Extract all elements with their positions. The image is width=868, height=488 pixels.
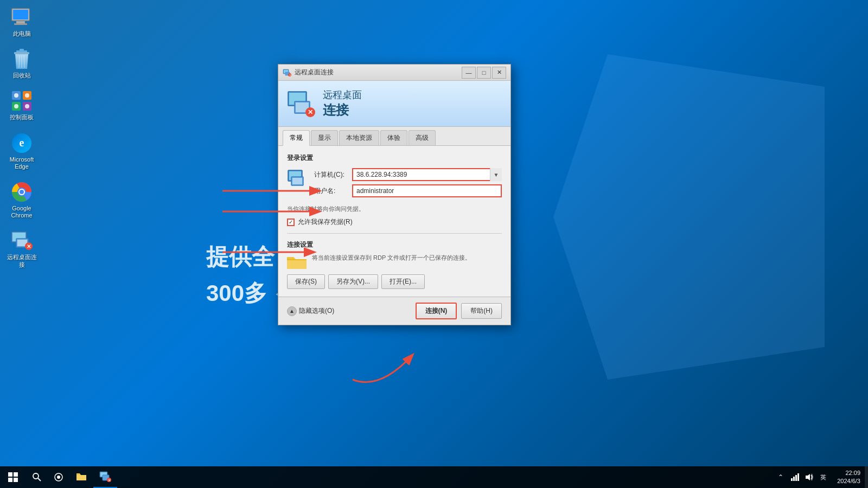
cortana-icon <box>54 472 63 482</box>
tab-experience[interactable]: 体验 <box>380 130 407 145</box>
connection-settings-section: 连接设置 将当前连接设置保存到 RDP 文件或打开一个已保存的连接。 保存(S)… <box>287 240 502 289</box>
recycle-bin-icon <box>11 48 33 70</box>
hide-options-label: 隐藏选项(O) <box>299 306 334 316</box>
taskbar-clock[interactable]: 22:09 2024/6/3 <box>833 469 865 486</box>
dialog-header-title: 远程桌面 <box>323 88 362 101</box>
desktop-icon-label: Microsoft Edge <box>4 156 39 170</box>
desktop-icon-label: 此电脑 <box>13 30 31 37</box>
file-explorer-icon <box>75 471 87 483</box>
svg-rect-60 <box>797 473 799 481</box>
tab-advanced[interactable]: 高级 <box>409 130 436 145</box>
desktop-icon-remote-desktop[interactable]: ✕ 远程桌面连接 <box>2 226 41 272</box>
desktop-icon-this-computer[interactable]: 此电脑 <box>2 2 41 42</box>
taskbar-cortana-button[interactable] <box>48 466 69 488</box>
hint-text: 当你连接时将向你询问凭据。 <box>287 205 502 213</box>
taskbar-search-button[interactable] <box>26 466 48 488</box>
svg-rect-5 <box>20 49 24 51</box>
tray-volume-icon[interactable] <box>803 472 814 483</box>
desktop-icon-label: 远程桌面连接 <box>4 254 39 268</box>
username-field-row: 用户名: <box>314 184 502 197</box>
volume-icon <box>805 473 813 481</box>
show-desktop-button[interactable] <box>865 466 868 488</box>
dialog-header-subtitle: 连接 <box>323 101 362 119</box>
clock-time: 22:09 <box>837 469 860 477</box>
dialog-header-icon: ✕ <box>287 89 315 118</box>
save-credentials-label: 允许我保存凭据(R) <box>298 217 353 227</box>
svg-point-23 <box>20 190 24 194</box>
svg-rect-1 <box>13 10 28 20</box>
connection-icon-row: 将当前连接设置保存到 RDP 文件或打开一个已保存的连接。 <box>287 254 502 270</box>
login-section: 计算机(C): ▼ 用户名: <box>287 168 502 201</box>
desktop-icon-microsoft-edge[interactable]: e Microsoft Edge <box>2 128 41 175</box>
desktop-icon-control-panel[interactable]: 控制面板 <box>2 86 41 125</box>
save-button[interactable]: 保存(S) <box>287 274 325 289</box>
minimize-button[interactable]: — <box>462 67 476 79</box>
system-tray: ⌃ 英 <box>771 466 833 488</box>
svg-rect-58 <box>793 477 795 481</box>
svg-point-48 <box>33 473 39 479</box>
tray-up-arrow[interactable]: ⌃ <box>775 472 786 483</box>
dialog-header-texts: 远程桌面 连接 <box>323 88 362 119</box>
folder-icon <box>287 254 307 270</box>
svg-rect-57 <box>791 478 793 481</box>
start-button[interactable] <box>0 466 26 488</box>
save-credentials-checkbox[interactable]: ✓ <box>287 219 295 226</box>
hide-options-button[interactable]: ▲ 隐藏选项(O) <box>287 306 334 316</box>
control-panel-icon <box>11 90 33 112</box>
desktop-bg-shape <box>553 54 825 380</box>
computer-input[interactable] <box>352 168 502 181</box>
chrome-icon <box>11 181 33 203</box>
computer-label: 计算机(C): <box>314 170 352 179</box>
login-icon <box>287 168 309 190</box>
svg-point-14 <box>14 93 18 98</box>
desktop-icon-google-chrome[interactable]: Google Chrome <box>2 177 41 223</box>
remote-desktop-icon: ✕ <box>11 230 33 252</box>
dialog-header: ✕ 远程桌面 连接 <box>278 81 510 127</box>
taskbar: ✕ ⌃ 英 <box>0 466 868 488</box>
username-input-wrap <box>352 184 502 197</box>
svg-point-16 <box>14 104 18 108</box>
connection-desc: 将当前连接设置保存到 RDP 文件或打开一个已保存的连接。 <box>312 254 471 265</box>
search-icon <box>32 472 42 482</box>
clock-date: 2024/6/3 <box>837 477 860 485</box>
username-input[interactable] <box>352 184 502 197</box>
save-credentials-row: ✓ 允许我保存凭据(R) <box>287 217 502 227</box>
computer-input-wrap: ▼ <box>352 168 502 181</box>
dialog-body: 登录设置 计算机(C): ▼ <box>278 146 510 297</box>
dialog-footer: ▲ 隐藏选项(O) 连接(N) 帮助(H) <box>278 297 510 325</box>
taskbar-app-file-explorer[interactable] <box>69 466 93 488</box>
help-button[interactable]: 帮助(H) <box>461 303 502 319</box>
desktop-icon-label: Google Chrome <box>4 205 39 219</box>
desktop-icon-label: 控制面板 <box>10 114 34 121</box>
svg-rect-44 <box>292 178 302 184</box>
dialog-tabs: 常规 显示 本地资源 体验 高级 <box>278 127 510 146</box>
network-icon <box>790 473 799 481</box>
desktop-icon-label: 回收站 <box>13 72 31 79</box>
svg-rect-6 <box>14 52 29 54</box>
maximize-button[interactable]: □ <box>477 67 491 79</box>
tab-local-resources[interactable]: 本地资源 <box>339 130 379 145</box>
monitor-icon <box>11 7 33 28</box>
svg-rect-3 <box>14 23 27 25</box>
svg-text:✕: ✕ <box>108 479 111 482</box>
close-button[interactable]: ✕ <box>492 67 506 79</box>
tab-display[interactable]: 显示 <box>311 130 338 145</box>
checkbox-checkmark: ✓ <box>289 219 293 225</box>
open-button[interactable]: 打开(E)... <box>381 274 425 289</box>
desktop-icon-recycle-bin[interactable]: 回收站 <box>2 44 41 84</box>
save-as-button[interactable]: 另存为(V)... <box>328 274 378 289</box>
titlebar-buttons: — □ ✕ <box>462 67 506 79</box>
tab-general[interactable]: 常规 <box>283 130 310 146</box>
svg-rect-2 <box>16 21 25 23</box>
computer-dropdown-button[interactable]: ▼ <box>490 168 502 181</box>
svg-text:✕: ✕ <box>308 108 313 116</box>
tray-network-icon[interactable] <box>789 472 800 483</box>
connect-button[interactable]: 连接(N) <box>416 303 457 319</box>
connection-settings-label: 连接设置 <box>287 240 502 249</box>
dialog-title-text: 远程桌面连接 <box>295 68 462 77</box>
tray-language[interactable]: 英 <box>818 472 828 483</box>
rdp-dialog: ✕ 远程桌面连接 — □ ✕ ✕ 远程桌面 连接 <box>278 64 511 325</box>
windows-logo-icon <box>8 472 18 482</box>
svg-rect-59 <box>795 475 797 481</box>
taskbar-app-rdp[interactable]: ✕ <box>93 466 117 488</box>
